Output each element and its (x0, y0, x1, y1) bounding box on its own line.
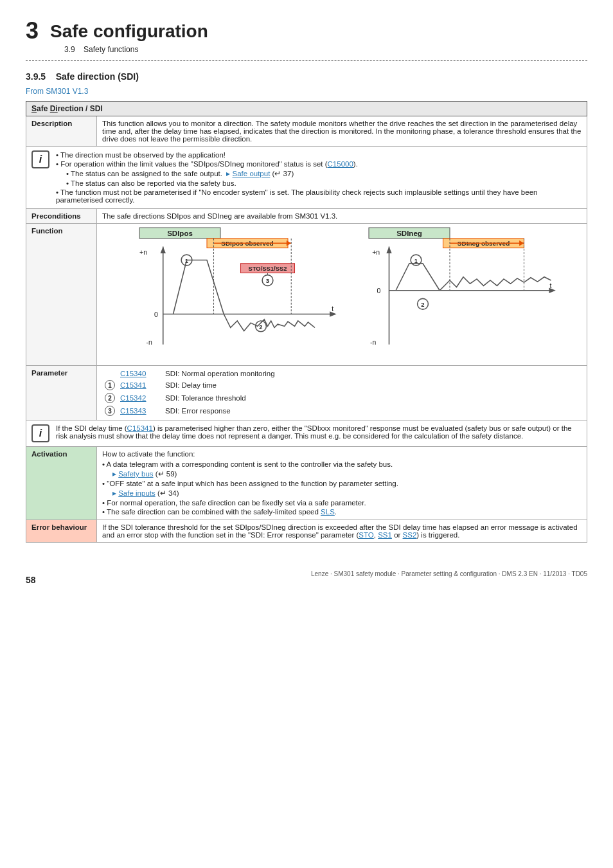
param-row-3: 3 C15343 SDI: Error response (102, 404, 582, 417)
sub-header: 3.9 Safety functions (64, 45, 587, 54)
param-code-0[interactable]: C15340 (118, 368, 163, 379)
param-desc-2: SDI: Tolerance threshold (163, 392, 582, 404)
activation-bullet-4: The safe direction can be combined with … (102, 507, 582, 516)
safe-inputs-link[interactable]: Safe inputs (118, 489, 155, 497)
function-label: Function (26, 224, 97, 366)
activation-title: How to activate the function: (102, 450, 582, 458)
function-content: SDIpos SDIneg SDIpos observed SDIneg obs… (97, 224, 587, 366)
function-diagram: SDIpos SDIneg SDIpos observed SDIneg obs… (102, 226, 582, 361)
sub-bullets: The status can be assigned to the safe o… (56, 168, 582, 188)
preconditions-row: Preconditions The safe directions SDIpos… (26, 209, 587, 224)
activation-sub-1: Safety bus (↵ 59) (102, 469, 582, 479)
preconditions-label: Preconditions (26, 209, 97, 224)
info-cell-2: i If the SDI delay time (C15341) is para… (26, 420, 587, 447)
svg-text:-n: -n (147, 338, 152, 346)
info-content-1: The direction must be observed by the ap… (56, 150, 582, 204)
svg-text:t: t (332, 305, 333, 312)
function-row: Function SDIpos SDIneg SDIpos observed S… (26, 224, 587, 366)
param-row-2: 2 C15342 SDI: Tolerance threshold (102, 392, 582, 404)
svg-text:SDIneg: SDIneg (396, 230, 422, 237)
svg-marker-31 (386, 247, 391, 254)
param-circle-2: 2 (102, 392, 118, 404)
ss1-link[interactable]: SS1 (378, 531, 392, 539)
sub-bullet-1: The status can be assigned to the safe o… (66, 168, 582, 179)
svg-text:0: 0 (377, 287, 381, 294)
safe-output-link[interactable]: Safe output (233, 170, 271, 177)
svg-text:STO/SS1/SS2: STO/SS1/SS2 (248, 265, 287, 272)
section-number-label: 3.9.5 Safe direction (SDI) (26, 71, 139, 82)
page-footer: 58 Lenze · SM301 safety module · Paramet… (26, 562, 587, 585)
param-row-0: C15340 SDI: Normal operation monitoring (102, 368, 582, 379)
ss2-link[interactable]: SS2 (403, 531, 417, 539)
activation-bullet-1: A data telegram with a corresponding con… (102, 460, 582, 469)
footer-product: Lenze · SM301 safety module · Parameter … (311, 570, 587, 577)
svg-text:2: 2 (421, 301, 424, 308)
param-circle-3: 3 (102, 404, 118, 417)
sto-link[interactable]: STO (359, 531, 373, 539)
preconditions-content: The safe directions SDIpos and SDIneg ar… (97, 209, 587, 224)
activation-arrow-1: Safety bus (↵ 59) (112, 469, 582, 479)
parameter-row: Parameter C15340 SDI: Normal operation m… (26, 366, 587, 420)
error-label: Error behaviour (26, 520, 97, 543)
safety-bus-link[interactable]: Safety bus (118, 470, 153, 478)
error-content: If the SDI tolerance threshold for the s… (97, 520, 587, 543)
from-label: From SM301 V1.3 (26, 87, 587, 96)
svg-text:0: 0 (154, 311, 158, 318)
table-header-row: Safe Direction / SDI (26, 102, 587, 116)
svg-text:t: t (549, 282, 551, 289)
activation-bullet-3: For normal operation, the safe direction… (102, 498, 582, 507)
param-desc-0: SDI: Normal operation monitoring (163, 368, 582, 379)
svg-marker-37 (287, 240, 291, 246)
table-header-cell: Safe Direction / SDI (26, 102, 587, 116)
info-box-2: i If the SDI delay time (C15341) is para… (31, 424, 582, 442)
param-code-3[interactable]: C15343 (118, 404, 163, 417)
info-row-1: i The direction must be observed by the … (26, 147, 587, 209)
info-box-1: i The direction must be observed by the … (31, 150, 582, 204)
chapter-number: 3 (26, 19, 39, 42)
info-content-2: If the SDI delay time (C15341) is parame… (56, 424, 582, 440)
param-code-2[interactable]: C15342 (118, 392, 163, 404)
param-circle-1: 1 (102, 379, 118, 392)
info-row-2: i If the SDI delay time (C15341) is para… (26, 420, 587, 447)
error-row: Error behaviour If the SDI tolerance thr… (26, 520, 587, 543)
svg-marker-23 (161, 247, 166, 254)
activation-bullets: A data telegram with a corresponding con… (102, 460, 582, 516)
parameter-label: Parameter (26, 366, 97, 420)
section-divider (26, 60, 587, 61)
activation-sub-2: Safe inputs (↵ 34) (102, 488, 582, 498)
activation-content: How to activate the function: A data tel… (97, 447, 587, 520)
section-heading: 3.9.5 Safe direction (SDI) (26, 71, 587, 82)
info-icon-2: i (31, 424, 49, 442)
sls-link[interactable]: SLS (321, 508, 335, 516)
c15000-link[interactable]: C15000 (328, 160, 353, 168)
info-cell-1: i The direction must be observed by the … (26, 147, 587, 209)
svg-marker-35 (549, 288, 556, 293)
activation-arrow-2: Safe inputs (↵ 34) (112, 488, 582, 498)
bullet-2: For operation within the limit values th… (56, 159, 582, 168)
description-label: Description (26, 116, 97, 147)
c15341-link[interactable]: C15341 (127, 424, 153, 432)
param-desc-1: SDI: Delay time (163, 379, 582, 392)
svg-text:SDIpos: SDIpos (167, 230, 193, 237)
param-desc-3: SDI: Error response (163, 404, 582, 417)
param-code-1[interactable]: C15341 (118, 379, 163, 392)
bullet-3: The function must not be parameterised i… (56, 188, 582, 204)
bullet-1: The direction must be observed by the ap… (56, 150, 582, 159)
svg-text:+n: +n (372, 248, 380, 256)
main-table: Safe Direction / SDI Description This fu… (26, 101, 587, 543)
activation-row: Activation How to activate the function:… (26, 447, 587, 520)
info-bullets-1: The direction must be observed by the ap… (56, 150, 582, 204)
description-content: This function allows you to monitor a di… (97, 116, 587, 147)
activation-label: Activation (26, 447, 97, 520)
param-row-1: 1 C15341 SDI: Delay time (102, 379, 582, 392)
svg-text:-n: -n (370, 338, 376, 346)
sub-bullet-2: The status can also be reported via the … (66, 179, 582, 188)
table-header-text: afe (37, 104, 50, 113)
svg-text:+n: +n (139, 248, 147, 256)
description-row: Description This function allows you to … (26, 116, 587, 147)
parameter-content: C15340 SDI: Normal operation monitoring … (97, 366, 587, 420)
page-header: 3 Safe configuration (26, 19, 587, 42)
page-number: 58 (26, 575, 36, 585)
svg-text:3: 3 (266, 277, 269, 284)
chapter-title: Safe configuration (50, 19, 208, 42)
